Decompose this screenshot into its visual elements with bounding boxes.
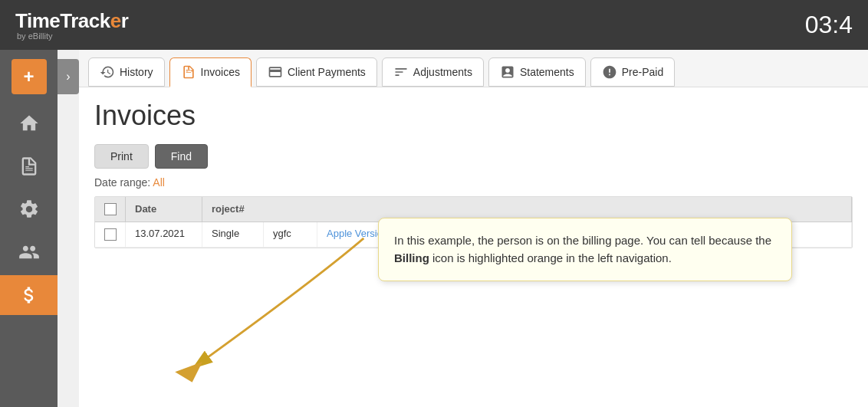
main-layout: + › bbox=[0, 50, 868, 407]
page-content: Invoices Print Find Date range: All Date… bbox=[79, 87, 868, 407]
td-checkbox[interactable] bbox=[95, 222, 126, 247]
td-code: ygfc bbox=[264, 222, 317, 247]
history-icon bbox=[100, 64, 115, 80]
tab-statements[interactable]: Statements bbox=[488, 57, 586, 87]
tab-adjustments-label: Adjustments bbox=[413, 66, 472, 78]
callout-box: In this example, the person is on the bi… bbox=[378, 218, 792, 281]
td-checkbox-inner bbox=[104, 228, 117, 241]
callout-text-before: In this example, the person is on the bi… bbox=[394, 234, 771, 247]
add-button[interactable]: + bbox=[12, 59, 47, 94]
logo-area: TimeTracker by eBillity bbox=[15, 9, 128, 41]
tab-invoices[interactable]: Invoices bbox=[169, 57, 252, 87]
tab-pre-paid[interactable]: Pre-Paid bbox=[590, 57, 675, 87]
callout-text-bold: Billing bbox=[394, 251, 429, 264]
td-type: Single bbox=[202, 222, 264, 247]
tab-invoices-label: Invoices bbox=[201, 66, 240, 78]
content-area: History Invoices Client Payments Adjustm… bbox=[79, 50, 868, 407]
tab-client-payments[interactable]: Client Payments bbox=[256, 57, 377, 87]
date-range-label: Date range: bbox=[94, 176, 150, 189]
invoices-icon bbox=[181, 64, 196, 80]
date-range-link[interactable]: All bbox=[153, 176, 165, 189]
tab-adjustments[interactable]: Adjustments bbox=[382, 57, 484, 87]
statements-icon bbox=[500, 64, 515, 80]
find-button[interactable]: Find bbox=[155, 144, 208, 169]
reports-icon bbox=[18, 156, 40, 177]
tab-statements-label: Statements bbox=[520, 66, 574, 78]
tab-history-label: History bbox=[120, 66, 153, 78]
sidebar: + bbox=[0, 50, 58, 407]
svg-marker-1 bbox=[175, 362, 202, 382]
action-bar: Print Find bbox=[94, 144, 853, 169]
pre-paid-icon bbox=[602, 64, 617, 80]
logo: TimeTracker bbox=[15, 9, 128, 33]
client-payments-icon bbox=[268, 64, 283, 80]
page-title: Invoices bbox=[94, 100, 853, 132]
sidebar-item-home[interactable] bbox=[0, 103, 58, 143]
billing-icon bbox=[18, 284, 40, 306]
sidebar-expand-button[interactable]: › bbox=[58, 59, 79, 94]
sidebar-item-settings[interactable] bbox=[0, 189, 58, 229]
team-icon bbox=[18, 241, 40, 263]
callout-text-after: icon is highlighted orange in the left n… bbox=[429, 251, 672, 264]
sidebar-nav bbox=[0, 103, 58, 315]
th-checkbox-inner bbox=[104, 203, 117, 215]
app-header: TimeTracker by eBillity 03:4 bbox=[0, 0, 868, 50]
sidebar-item-team[interactable] bbox=[0, 232, 58, 272]
print-button[interactable]: Print bbox=[94, 144, 149, 169]
td-date: 13.07.2021 bbox=[126, 222, 202, 247]
logo-subtitle: by eBillity bbox=[17, 31, 128, 41]
settings-icon bbox=[18, 199, 40, 220]
home-icon bbox=[18, 113, 40, 134]
sidebar-item-reports[interactable] bbox=[0, 146, 58, 186]
logo-accent: e bbox=[110, 9, 121, 32]
tab-client-payments-label: Client Payments bbox=[288, 66, 366, 78]
date-range: Date range: All bbox=[94, 176, 853, 189]
tab-history[interactable]: History bbox=[88, 57, 165, 87]
tab-bar: History Invoices Client Payments Adjustm… bbox=[79, 50, 868, 87]
header-clock: 03:4 bbox=[805, 11, 853, 39]
sidebar-item-billing[interactable] bbox=[0, 275, 58, 315]
th-date: Date bbox=[126, 197, 202, 222]
th-checkbox bbox=[95, 197, 126, 222]
adjustments-icon bbox=[393, 64, 409, 80]
tab-pre-paid-label: Pre-Paid bbox=[622, 66, 663, 78]
